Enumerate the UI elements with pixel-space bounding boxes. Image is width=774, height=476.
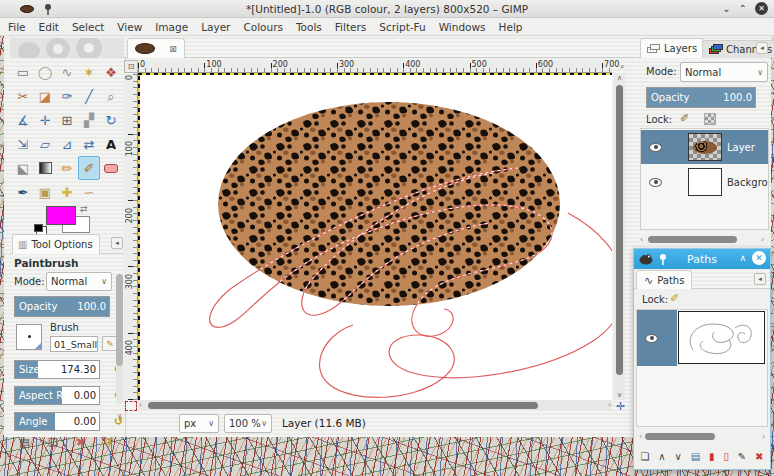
menu-item-scriptfu[interactable]: Script-Fu: [379, 21, 425, 33]
tool-ink[interactable]: ✒: [12, 180, 34, 204]
collapse-icon[interactable]: ∧: [739, 253, 746, 263]
close-button[interactable]: ✕: [755, 2, 768, 15]
layer-thumbnail[interactable]: [688, 133, 722, 161]
tool-rectangle-select[interactable]: ▭: [12, 60, 34, 84]
raise-path-button[interactable]: ∧: [658, 451, 665, 462]
tab-paths[interactable]: ∿ Paths: [636, 270, 692, 289]
horizontal-scrollbar[interactable]: ‹ ›: [138, 400, 612, 411]
dock-menu-button[interactable]: ◂: [111, 237, 123, 249]
maximize-button[interactable]: ⌃: [739, 3, 747, 14]
layer-row-background[interactable]: Backgro: [641, 165, 768, 199]
horizontal-ruler[interactable]: 0100200300400500600700: [138, 60, 612, 73]
menu-item-file[interactable]: File: [8, 21, 26, 33]
tool-align[interactable]: ⊞: [56, 108, 78, 132]
scroll-right-icon[interactable]: ›: [761, 235, 769, 244]
scroll-left-icon[interactable]: ‹: [139, 400, 142, 411]
tool-smudge[interactable]: ∽: [78, 180, 100, 204]
zoom-select[interactable]: 100 % ∨: [224, 414, 272, 433]
delete-path-button[interactable]: ✖: [755, 451, 763, 462]
tool-text[interactable]: A: [100, 132, 122, 156]
visibility-eye-icon[interactable]: [649, 178, 662, 187]
visibility-eye-icon[interactable]: [645, 334, 658, 343]
tab-tool-options[interactable]: ▥ Tool Options: [12, 234, 100, 254]
menu-item-filters[interactable]: Filters: [335, 21, 366, 33]
vertical-scrollbar[interactable]: ∧ ∨: [614, 73, 625, 400]
tool-paintbrush[interactable]: ✐: [78, 156, 100, 180]
scroll-down-icon[interactable]: ∨: [117, 412, 122, 420]
vertical-ruler[interactable]: 0100200300400: [124, 73, 138, 400]
tool-gradient[interactable]: [34, 156, 56, 180]
tool-zoom[interactable]: ⌕: [100, 84, 122, 108]
ruler-origin-button[interactable]: ⊡: [124, 60, 138, 73]
tool-shear[interactable]: ▱: [34, 132, 56, 156]
tool-fuzzy-select[interactable]: ✶: [78, 60, 100, 84]
menu-item-tools[interactable]: Tools: [296, 21, 322, 33]
new-path-button[interactable]: ❏: [640, 451, 649, 462]
tool-measure[interactable]: ∡: [12, 108, 34, 132]
aspect-ratio-slider[interactable]: Aspect R. 0.00 ∧∨: [14, 386, 100, 405]
dock-menu-button[interactable]: ◂: [756, 42, 768, 54]
selection-to-path-button[interactable]: ▯: [723, 451, 729, 462]
stroke-path-button[interactable]: ✎: [738, 451, 746, 462]
menu-item-edit[interactable]: Edit: [39, 21, 59, 33]
tool-colour-picker[interactable]: ╱: [78, 84, 100, 108]
tool-foreground-select[interactable]: ◪: [34, 84, 56, 108]
paint-mode-select[interactable]: Normal ∨: [46, 272, 112, 291]
tab-layers[interactable]: Layers: [640, 38, 704, 58]
dock-menu-button[interactable]: ◂: [754, 273, 766, 285]
tool-ellipse-select[interactable]: ◯: [34, 60, 56, 84]
layer-row-layer[interactable]: Layer: [641, 130, 768, 164]
window-titlebar[interactable]: *[Untitled]-1.0 (RGB colour, 2 layers) 8…: [0, 0, 774, 18]
tool-eraser[interactable]: [100, 156, 122, 180]
size-slider[interactable]: Size 174.30 ∧∨: [14, 360, 100, 379]
swap-colors-icon[interactable]: ⇄: [80, 204, 88, 214]
paths-close-button[interactable]: ✕: [752, 251, 766, 265]
paths-scrollbar[interactable]: ‹ ›: [636, 430, 768, 443]
scroll-right-icon[interactable]: ›: [608, 400, 611, 411]
scroll-right-icon[interactable]: ›: [759, 432, 768, 441]
scroll-up-icon[interactable]: ∧: [614, 74, 625, 82]
duplicate-path-button[interactable]: ▤: [691, 451, 700, 462]
tool-perspective[interactable]: ⊿: [56, 132, 78, 156]
menu-item-help[interactable]: Help: [499, 21, 523, 33]
path-to-selection-button[interactable]: ▮: [709, 451, 715, 462]
reset-options-button[interactable]: ↺: [104, 436, 113, 449]
lower-path-button[interactable]: ∨: [674, 451, 681, 462]
tool-crop[interactable]: ▞: [78, 108, 100, 132]
layer-opacity-slider[interactable]: Opacity 100.0 ∧∨: [646, 87, 756, 108]
scroll-left-icon[interactable]: ‹: [636, 432, 645, 441]
paths-titlebar[interactable]: Paths ∧ ✕: [634, 249, 770, 269]
brush-name-field[interactable]: 01_Small: [50, 336, 98, 352]
angle-slider[interactable]: Angle 0.00 ∧∨: [14, 412, 100, 431]
scroll-left-icon[interactable]: ‹: [640, 235, 648, 244]
canvas-viewport[interactable]: [138, 73, 612, 400]
minimize-button[interactable]: ⌄: [722, 3, 730, 14]
tool-clone[interactable]: ▣: [34, 180, 56, 204]
tool-options-scrollbar[interactable]: [116, 274, 123, 404]
quick-mask-toggle[interactable]: [125, 401, 137, 411]
visibility-eye-icon[interactable]: [649, 143, 662, 152]
tool-heal[interactable]: ✚: [56, 180, 78, 204]
tool-flip[interactable]: ⇄: [78, 132, 100, 156]
image-tab-close-icon[interactable]: ⊠: [169, 44, 177, 54]
scroll-down-icon[interactable]: ∨: [614, 391, 625, 399]
unit-select[interactable]: px ∨: [179, 414, 219, 433]
menu-item-select[interactable]: Select: [72, 21, 104, 33]
image-tab[interactable]: ⊠: [127, 38, 185, 58]
path-row[interactable]: [637, 310, 767, 366]
menu-item-view[interactable]: View: [117, 21, 142, 33]
zoom-follow-window-icon[interactable]: ⌕: [615, 60, 630, 73]
tool-scale[interactable]: ⇲: [12, 132, 34, 156]
tool-bucket-fill[interactable]: ⬕: [12, 156, 34, 180]
tool-scissors-select[interactable]: ✂: [12, 84, 34, 108]
tool-move[interactable]: ✛: [34, 108, 56, 132]
layers-scrollbar[interactable]: ‹ ›: [640, 233, 769, 245]
lock-pixels-icon[interactable]: ✐: [680, 112, 689, 125]
lock-path-icon[interactable]: ✐: [670, 292, 679, 305]
delete-options-button[interactable]: ✖: [76, 436, 85, 449]
tool-select-by-colour[interactable]: ❖: [100, 60, 122, 84]
menu-item-image[interactable]: Image: [155, 21, 188, 33]
tool-paths[interactable]: ✑: [56, 84, 78, 108]
tool-pencil[interactable]: ✏: [56, 156, 78, 180]
menu-item-layer[interactable]: Layer: [201, 21, 230, 33]
